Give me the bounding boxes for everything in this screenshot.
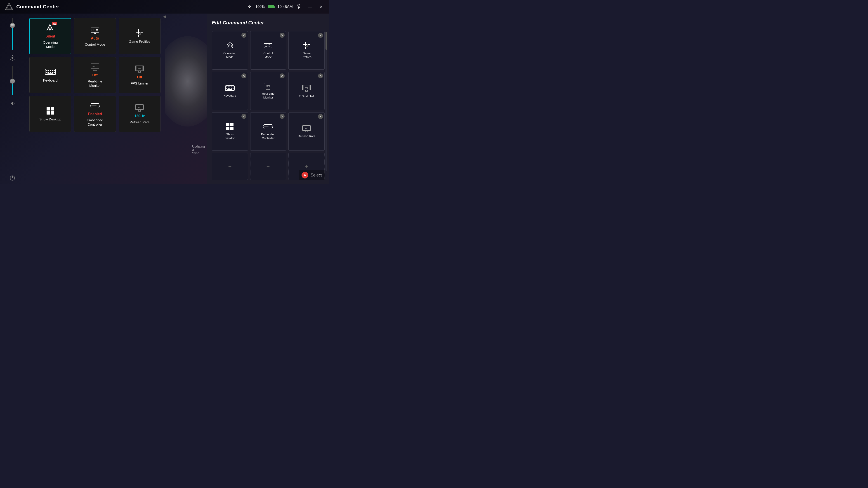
- edit-tile-close-realtime-monitor[interactable]: ✕: [280, 73, 285, 78]
- svg-point-5: [298, 8, 299, 9]
- svg-text:HZ: HZ: [305, 127, 308, 129]
- edit-tile-show-desktop[interactable]: ✕ ShowDesktop: [212, 112, 248, 151]
- control-mode-icon: [89, 26, 101, 35]
- edit-refresh-rate-label: Refresh Rate: [298, 134, 315, 138]
- edit-tile-fps-limiter[interactable]: ✕ FPS FPS Limiter: [288, 72, 324, 110]
- edit-tile-close-refresh-rate[interactable]: ✕: [318, 114, 323, 119]
- top-slider-thumb[interactable]: [10, 23, 15, 28]
- edit-tile-close-game-profiles[interactable]: ✕: [318, 33, 323, 38]
- bottom-slider-thumb[interactable]: [10, 78, 15, 84]
- svg-rect-25: [136, 32, 143, 33]
- svg-point-3: [249, 8, 250, 8]
- svg-line-14: [11, 59, 11, 60]
- edit-tile-embedded-controller[interactable]: ✕ EmbeddedController: [250, 112, 286, 151]
- svg-rect-40: [48, 73, 53, 74]
- svg-text:FPS: FPS: [305, 87, 308, 89]
- edit-keyboard-icon: [225, 84, 235, 92]
- edit-fps-limiter-icon: FPS: [302, 84, 311, 92]
- select-label: Select: [311, 173, 322, 177]
- edit-tile-keyboard[interactable]: ✕: [212, 72, 248, 110]
- edit-operating-mode-icon: [225, 41, 235, 50]
- svg-rect-54: [46, 111, 50, 115]
- tile-refresh-rate[interactable]: HZ 120Hz Refresh Rate: [119, 96, 160, 132]
- collapse-arrow[interactable]: ◀: [163, 14, 166, 19]
- svg-rect-72: [303, 44, 310, 45]
- edit-tile-close-operating-mode[interactable]: ✕: [241, 33, 246, 38]
- game-profiles-icon: [134, 29, 145, 37]
- edit-tile-close-embedded-controller[interactable]: ✕: [280, 114, 285, 119]
- svg-line-49: [138, 71, 138, 72]
- svg-rect-36: [48, 72, 49, 73]
- edit-tiles-grid: ✕ OperatingMode ✕: [212, 31, 324, 180]
- wifi-icon: [247, 4, 252, 9]
- svg-rect-30: [46, 70, 48, 71]
- panel-scrollbar[interactable]: [326, 32, 327, 171]
- tile-operating-mode[interactable]: 9W Silent OperatingMode: [29, 18, 71, 54]
- select-button[interactable]: A Select: [299, 170, 324, 180]
- battery-icon: [268, 5, 274, 8]
- system-info: 100% 10:45AM: [247, 3, 302, 10]
- edit-tile-close-keyboard[interactable]: ✕: [241, 73, 246, 78]
- svg-rect-73: [305, 42, 306, 49]
- svg-rect-55: [51, 111, 54, 115]
- edit-tile-realtime-monitor[interactable]: ✕ INFO Real-timeMonitor: [250, 72, 286, 110]
- time-display: 10:45AM: [277, 4, 293, 9]
- left-sidebar: [0, 13, 25, 184]
- svg-rect-34: [54, 70, 55, 71]
- edit-tile-operating-mode[interactable]: ✕ OperatingMode: [212, 31, 248, 70]
- add-icon-1: ＋: [227, 163, 232, 170]
- tile-control-mode[interactable]: Auto Control Mode: [74, 18, 116, 54]
- edit-keyboard-label: Keyboard: [223, 94, 236, 98]
- svg-rect-52: [46, 107, 50, 110]
- svg-text:FPS: FPS: [138, 68, 142, 70]
- add-icon-3: ＋: [304, 163, 309, 170]
- close-button[interactable]: ✕: [318, 3, 324, 10]
- tile-fps-limiter[interactable]: FPS Off FPS Limiter: [119, 57, 160, 93]
- edit-tile-close-control-mode[interactable]: ✕: [280, 33, 285, 38]
- notification-icon: [296, 3, 302, 10]
- power-icon[interactable]: [8, 174, 17, 182]
- edit-game-profiles-label: GameProfiles: [302, 52, 311, 59]
- tile-game-profiles[interactable]: Game Profiles: [119, 18, 160, 54]
- svg-point-19: [92, 29, 94, 31]
- edit-tile-control-mode[interactable]: ✕ ControlMode: [250, 31, 286, 70]
- scroll-thumb[interactable]: [326, 32, 327, 50]
- edit-control-mode-icon: [263, 41, 273, 50]
- edit-tile-close-show-desktop[interactable]: ✕: [241, 114, 246, 119]
- edit-panel-title: Edit Command Center: [212, 18, 324, 28]
- add-tile-1[interactable]: ＋: [212, 153, 248, 180]
- tile-keyboard[interactable]: Keyboard: [29, 57, 71, 93]
- svg-rect-31: [48, 70, 49, 71]
- svg-text:INFO: INFO: [92, 66, 97, 68]
- edit-game-profiles-icon: [302, 41, 311, 50]
- svg-text:HZ: HZ: [138, 106, 141, 108]
- edit-tile-close-fps-limiter[interactable]: ✕: [318, 73, 323, 78]
- minimize-button[interactable]: —: [306, 4, 314, 10]
- edit-show-desktop-icon: [225, 123, 235, 131]
- add-tile-2[interactable]: ＋: [250, 153, 286, 180]
- svg-rect-82: [226, 88, 227, 89]
- edit-fps-limiter-label: FPS Limiter: [299, 94, 314, 98]
- title-bar: Command Center 100% 10:45AM: [0, 0, 329, 13]
- svg-rect-26: [138, 29, 139, 37]
- svg-line-12: [14, 59, 14, 60]
- edit-tile-game-profiles[interactable]: ✕ GameProfiles: [288, 31, 324, 70]
- bottom-slider-fill: [12, 82, 13, 96]
- svg-rect-86: [232, 88, 234, 89]
- edit-tile-refresh-rate[interactable]: ✕ HZ Refresh Rate: [288, 112, 324, 151]
- svg-rect-75: [305, 46, 308, 47]
- volume-icon[interactable]: [8, 99, 17, 107]
- svg-rect-83: [228, 88, 229, 89]
- keyboard-label: Keyboard: [43, 78, 58, 83]
- svg-rect-33: [52, 70, 53, 71]
- brightness-icon[interactable]: [8, 54, 17, 62]
- tile-show-desktop[interactable]: Show Desktop: [29, 96, 71, 132]
- top-slider-fill: [12, 24, 13, 50]
- control-mode-label: Control Mode: [85, 42, 105, 47]
- svg-point-6: [11, 57, 13, 59]
- fps-limiter-label: FPS Limiter: [131, 81, 148, 86]
- realtime-monitor-icon: INFO: [89, 62, 101, 71]
- tile-realtime-monitor[interactable]: INFO Off Real-timeMonitor: [74, 57, 116, 93]
- svg-rect-81: [232, 87, 234, 87]
- tile-embedded-controller[interactable]: Enabled EmbeddedController: [74, 96, 116, 132]
